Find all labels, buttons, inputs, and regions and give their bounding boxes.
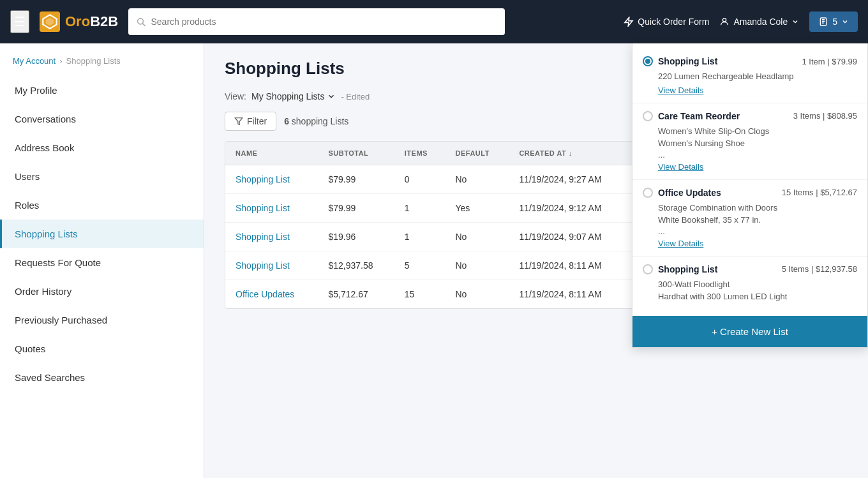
list-name-link[interactable]: Shopping List (236, 260, 290, 271)
create-new-list-button[interactable]: + Create New List (632, 316, 867, 347)
sidebar-item-conversations[interactable]: Conversations (0, 105, 204, 133)
cell-subtotal: $5,712.67 (318, 280, 394, 309)
product-name: Women's Nursing Shoe (643, 137, 857, 150)
dropdown-item-count: 3 Items | $808.95 (793, 111, 857, 121)
view-label: View: (225, 91, 246, 101)
hamburger-menu[interactable]: ☰ (10, 10, 29, 33)
cell-name: Shopping List (225, 194, 318, 223)
cell-default: No (445, 251, 509, 280)
dropdown-item-count: 15 Items | $5,712.67 (782, 188, 857, 197)
product-name: Hardhat with 300 Lumen LED Light (643, 290, 857, 303)
lightning-icon (624, 17, 634, 27)
quick-order-button[interactable]: Quick Order Form (624, 17, 709, 27)
cell-name: Shopping List (225, 165, 318, 194)
view-chevron-icon (327, 92, 336, 101)
cell-created-at: 11/19/2024, 9:07 AM (509, 223, 629, 251)
cart-button[interactable]: 5 (809, 11, 858, 32)
nav-items: My Profile Conversations Address Book Us… (0, 76, 204, 392)
filter-button[interactable]: Filter (225, 112, 276, 131)
cell-default: No (445, 280, 509, 309)
radio-circle[interactable] (643, 56, 653, 66)
product-name: Storage Combination with Doors (643, 202, 857, 214)
sidebar-item-roles[interactable]: Roles (0, 191, 204, 220)
dropdown-item-count: 1 Item | $79.99 (802, 57, 858, 66)
radio-circle[interactable] (643, 188, 653, 198)
cell-items: 15 (394, 280, 445, 309)
sidebar-item-requests-for-quote[interactable]: Requests For Quote (0, 248, 204, 277)
view-selector[interactable]: My Shopping Lists (251, 91, 336, 101)
dropdown-list: Shopping List 1 Item | $79.99 220 Lumen … (632, 43, 867, 316)
cell-subtotal: $79.99 (318, 165, 394, 194)
dropdown-item-name: Office Updates (658, 188, 721, 198)
svg-marker-5 (625, 17, 632, 26)
user-icon (719, 17, 730, 27)
logo[interactable]: OroB2B (40, 11, 118, 32)
list-name-link[interactable]: Office Updates (236, 289, 294, 299)
dropdown-item-header: Shopping List 1 Item | $79.99 (643, 56, 857, 66)
product-name: Women's White Slip-On Clogs (643, 125, 857, 138)
svg-point-6 (723, 19, 726, 22)
breadcrumb-current: Shopping Lists (66, 56, 121, 66)
dropdown-list-item[interactable]: Care Team Reorder 3 Items | $808.95 Wome… (632, 103, 867, 180)
col-default[interactable]: DEFAULT (445, 142, 509, 165)
dropdown-item-name-row: Office Updates (643, 188, 721, 198)
list-name-link[interactable]: Shopping List (236, 174, 290, 184)
cell-subtotal: $19.96 (318, 223, 394, 251)
chevron-down-icon (791, 18, 799, 26)
dropdown-item-name-row: Shopping List (643, 264, 717, 274)
view-details-link[interactable]: View Details (643, 86, 857, 95)
sidebar-item-previously-purchased[interactable]: Previously Purchased (0, 306, 204, 334)
svg-marker-11 (235, 118, 243, 125)
cell-items: 1 (394, 223, 445, 251)
clipboard-icon (818, 17, 828, 27)
col-name[interactable]: NAME (225, 142, 318, 165)
breadcrumb-parent[interactable]: My Account (13, 56, 56, 66)
col-subtotal[interactable]: SUBTOTAL (318, 142, 394, 165)
search-bar (128, 8, 505, 35)
list-name-link[interactable]: Shopping List (236, 203, 290, 213)
logo-text: OroB2B (65, 13, 118, 30)
dropdown-item-name: Care Team Reorder (658, 111, 740, 121)
view-details-link[interactable]: View Details (643, 162, 857, 172)
sidebar-item-quotes[interactable]: Quotes (0, 334, 204, 363)
dropdown-item-name: Shopping List (658, 56, 717, 66)
breadcrumb: My Account › Shopping Lists (0, 49, 204, 73)
list-name-link[interactable]: Shopping List (236, 232, 290, 242)
cell-default: Yes (445, 194, 509, 223)
sidebar-item-saved-searches[interactable]: Saved Searches (0, 363, 204, 392)
sidebar-item-order-history[interactable]: Order History (0, 277, 204, 306)
cell-default: No (445, 223, 509, 251)
dropdown-list-item[interactable]: Office Updates 15 Items | $5,712.67 Stor… (632, 180, 867, 257)
svg-line-4 (143, 24, 146, 26)
radio-circle[interactable] (643, 111, 653, 121)
radio-circle[interactable] (643, 264, 653, 274)
dropdown-list-item[interactable]: Shopping List 5 Items | $12,937.58 300-W… (632, 257, 867, 311)
search-input[interactable] (151, 17, 497, 27)
dropdown-item-name-row: Care Team Reorder (643, 111, 740, 121)
cell-created-at: 11/19/2024, 8:11 AM (509, 251, 629, 280)
dropdown-item-header: Care Team Reorder 3 Items | $808.95 (643, 111, 857, 121)
user-menu[interactable]: Amanda Cole (719, 17, 799, 27)
product-name: 300-Watt Floodlight (643, 278, 857, 291)
dropdown-item-name-row: Shopping List (643, 56, 717, 66)
cell-items: 0 (394, 165, 445, 194)
sidebar-item-my-profile[interactable]: My Profile (0, 76, 204, 105)
cell-name: Shopping List (225, 251, 318, 280)
header: ☰ OroB2B Quick Order Form Amanda Cole 5 (0, 0, 868, 43)
cell-items: 1 (394, 194, 445, 223)
col-items[interactable]: ITEMS (394, 142, 445, 165)
product-name: 220 Lumen Rechargeable Headlamp (643, 70, 857, 83)
dropdown-list-item[interactable]: Shopping List 1 Item | $79.99 220 Lumen … (632, 49, 867, 103)
header-right: Quick Order Form Amanda Cole 5 (624, 11, 858, 32)
sidebar-item-shopping-lists[interactable]: Shopping Lists (0, 220, 204, 248)
cell-created-at: 11/19/2024, 9:27 AM (509, 165, 629, 194)
view-details-link[interactable]: View Details (643, 239, 857, 248)
cell-subtotal: $12,937.58 (318, 251, 394, 280)
product-name: White Bookshelf, 35 x 77 in. (643, 214, 857, 227)
sidebar-item-users[interactable]: Users (0, 162, 204, 191)
sidebar-item-address-book[interactable]: Address Book (0, 133, 204, 162)
cell-name: Office Updates (225, 280, 318, 309)
col-created-at[interactable]: CREATED AT ↓ (509, 142, 629, 165)
search-icon (136, 17, 146, 27)
dropdown-item-name: Shopping List (658, 264, 717, 274)
